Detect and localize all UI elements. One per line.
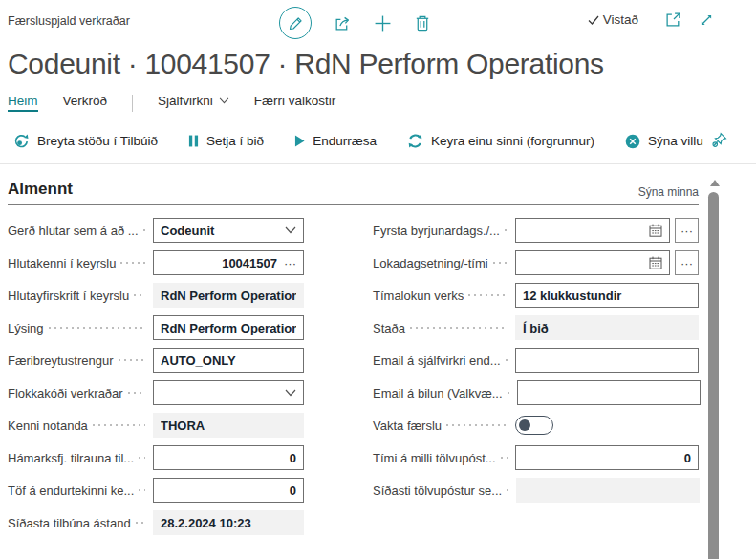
readonly-last-ready-state: 28.2.2024 10:23 — [153, 510, 304, 535]
field-row-expiration-datetime: Lokadagsetning/-tími··· — [373, 250, 699, 275]
field-slot-rerun-delay: 0 — [153, 478, 304, 503]
action-set-on-hold[interactable]: Setja í bið — [188, 134, 264, 148]
action-show-error[interactable]: Sýna villu — [625, 134, 703, 149]
delete-button[interactable] — [414, 14, 431, 32]
tab-verkrod[interactable]: Verkröð — [63, 94, 108, 112]
select-job-queue-category-code[interactable] — [153, 380, 304, 405]
section-title: Almennt — [8, 180, 73, 199]
form-column-left: Gerð hlutar sem á að ...CodeunitHlutaken… — [8, 218, 304, 535]
new-button[interactable] — [374, 14, 392, 32]
assist-button-expiration-datetime[interactable]: ··· — [675, 250, 699, 275]
field-slot-monitor-entry — [515, 416, 699, 435]
form-column-right: Fyrsta byrjunardags./...···Lokadagsetnin… — [373, 218, 699, 535]
trash-icon — [414, 14, 431, 32]
input-earliest-start-datetime[interactable] — [515, 218, 670, 243]
action-restart[interactable]: Endurræsa — [294, 134, 377, 148]
field-value-user-id: THORA — [161, 419, 296, 433]
input-parameter-string[interactable]: AUTO_ONLY — [153, 348, 304, 373]
dotted-leader — [134, 510, 145, 535]
tab-heim[interactable]: Heim — [8, 94, 38, 112]
action-run-once[interactable]: Keyra einu sinni (forgrunnur) — [407, 133, 594, 149]
dotted-leader — [137, 478, 145, 503]
field-value-max-attempts: 0 — [161, 451, 296, 465]
field-slot-user-id: THORA — [153, 413, 304, 438]
expand-button[interactable] — [699, 12, 714, 28]
field-slot-job-queue-category-code — [153, 380, 304, 405]
field-value-last-ready-state: 28.2.2024 10:23 — [161, 516, 296, 530]
open-in-window-button[interactable] — [665, 11, 681, 28]
field-slot-last-ready-state: 28.2.2024 10:23 — [153, 510, 304, 535]
assist-button-earliest-start-datetime[interactable]: ··· — [675, 218, 699, 243]
action-show-error-label: Sýna villu — [648, 134, 703, 148]
field-label-user-id: Kenni notanda — [8, 419, 88, 433]
check-icon — [587, 13, 600, 27]
field-slot-object-id-to-run: 10041507··· — [153, 250, 304, 275]
readonly-user-id: THORA — [153, 413, 304, 438]
record-actions — [279, 7, 431, 39]
field-row-notify-email: Email á sjálfvirkri end... — [373, 348, 699, 373]
field-label-monitor-entry: Vakta færslu — [373, 419, 442, 433]
action-change-status[interactable]: Breyta stöðu í Tilbúið — [13, 133, 158, 149]
field-label-max-attempts: Hámarksfj. tilrauna til... — [8, 451, 134, 465]
readonly-status: Í bið — [515, 315, 699, 340]
tab-faerri-valkostir[interactable]: Færri valkostir — [254, 94, 336, 112]
field-label-status: Staða — [373, 321, 405, 335]
dotted-leader — [47, 315, 145, 340]
unpin-button[interactable] — [711, 132, 727, 148]
select-object-type-to-run[interactable]: Codeunit — [153, 218, 304, 243]
menu-bar: Heim Verkröð Sjálfvirkni Færri valkostir — [0, 88, 756, 118]
open-window-icon — [665, 11, 681, 28]
input-notify-email[interactable] — [515, 348, 699, 373]
action-run-once-label: Keyra einu sinni (forgrunnur) — [431, 134, 594, 148]
field-value-email-interval: 0 — [523, 451, 691, 465]
scrollbar-up-arrow[interactable] — [710, 180, 720, 186]
field-value-rerun-delay: 0 — [161, 484, 296, 498]
toggle-monitor-entry[interactable] — [515, 416, 553, 435]
input-expiration-datetime[interactable] — [515, 250, 670, 275]
field-label-object-type-to-run: Gerð hlutar sem á að ... — [8, 224, 139, 238]
toggle-knob — [519, 419, 530, 431]
share-button[interactable] — [334, 14, 352, 32]
input-max-attempts[interactable]: 0 — [153, 445, 304, 470]
field-row-parameter-string: FæribreytustrengurAUTO_ONLY — [8, 348, 304, 373]
scrollbar-thumb[interactable] — [708, 192, 719, 559]
input-object-id-to-run[interactable]: 10041507··· — [153, 250, 304, 275]
input-error-email[interactable] — [517, 380, 701, 405]
input-job-timeout[interactable]: 12 klukkustundir — [515, 283, 699, 308]
tab-sjalfvirkni[interactable]: Sjálfvirkni — [158, 94, 229, 112]
field-row-rerun-delay: Töf á endurtekinni ke...0 — [8, 478, 304, 503]
edit-button[interactable] — [279, 7, 312, 39]
field-row-last-ready-state: Síðasta tilbúna ástand28.2.2024 10:23 — [8, 510, 304, 535]
field-label-email-interval: Tími á milli tölvupóst... — [373, 451, 496, 465]
field-slot-earliest-start-datetime: ··· — [515, 218, 699, 243]
field-slot-object-caption-to-run: RdN Perform Operations — [153, 283, 304, 308]
field-value-status: Í bið — [523, 321, 691, 335]
dotted-leader — [499, 445, 508, 470]
page-caption: Færsluspjald verkraðar — [8, 14, 130, 28]
input-description[interactable]: RdN Perform Operations — [153, 315, 304, 340]
change-status-icon — [13, 133, 30, 149]
field-slot-description: RdN Perform Operations — [153, 315, 304, 340]
field-value-description: RdN Perform Operations — [161, 321, 296, 335]
pencil-icon — [289, 16, 303, 31]
field-slot-max-attempts: 0 — [153, 445, 304, 470]
form-columns: Gerð hlutar sem á að ...CodeunitHlutaken… — [8, 218, 699, 535]
field-value-job-timeout: 12 klukkustundir — [523, 289, 691, 303]
dotted-leader — [126, 380, 145, 405]
input-rerun-delay[interactable]: 0 — [153, 478, 304, 503]
field-label-expiration-datetime: Lokadagsetning/-tími — [373, 256, 488, 270]
dotted-leader — [408, 315, 508, 340]
action-set-on-hold-label: Setja í bið — [206, 134, 264, 148]
fasttab-almennt: Almennt Sýna minna Gerð hlutar sem á að … — [0, 164, 756, 535]
input-email-interval[interactable]: 0 — [515, 445, 699, 470]
field-row-monitor-entry: Vakta færslu — [373, 413, 699, 438]
chevron-down-icon — [219, 97, 229, 104]
field-row-error-email: Email á bilun (Valkvæ... — [373, 380, 699, 405]
field-label-job-queue-category-code: Flokkakóði verkraðar — [8, 386, 123, 400]
field-label-last-ready-state: Síðasta tilbúna ástand — [8, 516, 131, 530]
action-bar: Breyta stöðu í Tilbúið Setja í bið Endur… — [0, 118, 756, 164]
assist-ellipsis-icon[interactable]: ··· — [284, 256, 296, 270]
show-less-link[interactable]: Sýna minna — [638, 185, 699, 199]
plus-icon — [374, 14, 392, 32]
chevron-down-icon — [285, 226, 296, 234]
